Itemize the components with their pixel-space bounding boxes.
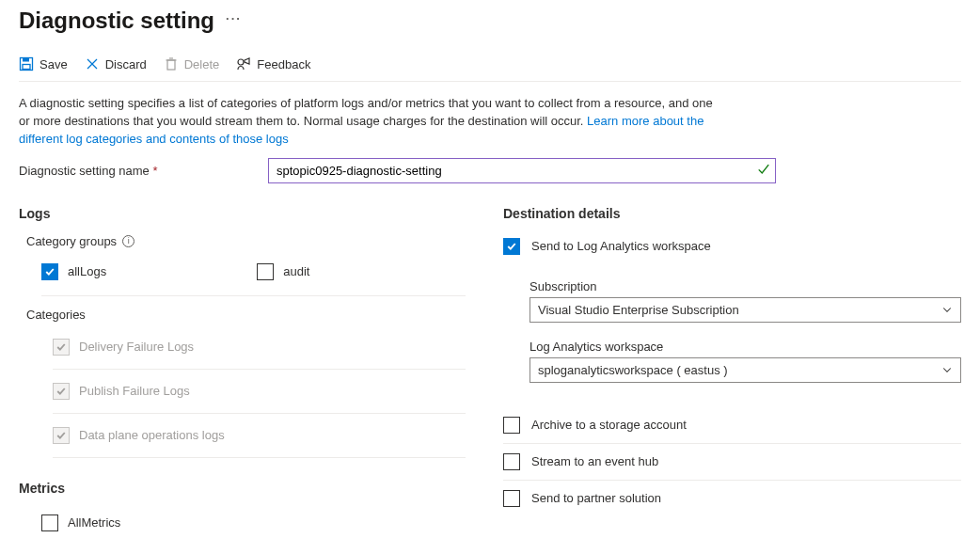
svg-rect-5 (167, 60, 175, 70)
close-icon (85, 56, 100, 71)
audit-checkbox[interactable] (257, 263, 274, 280)
info-icon[interactable]: i (122, 235, 134, 247)
workspace-select[interactable]: sploganalyticsworkspace ( eastus ) (530, 357, 961, 383)
workspace-label: Log Analytics workspace (530, 340, 961, 354)
workspace-value: sploganalyticsworkspace ( eastus ) (538, 363, 728, 377)
discard-button[interactable]: Discard (85, 56, 147, 71)
setting-name-label: Diagnostic setting name * (19, 164, 268, 178)
alllogs-label: allLogs (68, 264, 106, 278)
subscription-select[interactable]: Visual Studio Enterprise Subscription (530, 297, 961, 323)
stream-eventhub-label: Stream to an event hub (531, 454, 658, 468)
publish-failure-checkbox (53, 383, 70, 400)
save-icon (19, 56, 34, 71)
toolbar: Save Discard Delete Feedback (19, 51, 961, 82)
delete-label: Delete (184, 57, 220, 71)
partner-solution-label: Send to partner solution (531, 491, 661, 505)
send-log-analytics-label: Send to Log Analytics workspace (531, 239, 711, 253)
delete-button: Delete (164, 56, 220, 71)
feedback-icon (236, 56, 251, 71)
data-plane-label: Data plane operations logs (79, 428, 225, 442)
subscription-label: Subscription (530, 279, 961, 293)
allmetrics-label: AllMetrics (68, 515, 120, 530)
chevron-down-icon (941, 304, 953, 315)
archive-storage-label: Archive to a storage account (531, 418, 687, 432)
page-title: Diagnostic setting (19, 8, 214, 34)
save-button[interactable]: Save (19, 56, 68, 71)
archive-storage-checkbox[interactable] (503, 417, 520, 434)
send-log-analytics-checkbox[interactable] (503, 238, 520, 255)
audit-label: audit (283, 264, 309, 278)
svg-rect-2 (23, 65, 30, 70)
partner-solution-checkbox[interactable] (503, 490, 520, 507)
delivery-failure-checkbox (53, 339, 70, 356)
delivery-failure-label: Delivery Failure Logs (79, 340, 194, 354)
feedback-button[interactable]: Feedback (236, 56, 310, 71)
category-groups-label: Category groups (26, 234, 117, 248)
save-label: Save (40, 57, 68, 71)
subscription-value: Visual Studio Enterprise Subscription (538, 303, 739, 317)
data-plane-checkbox (53, 427, 70, 444)
allmetrics-checkbox[interactable] (41, 514, 58, 531)
chevron-down-icon (941, 364, 953, 375)
feedback-label: Feedback (257, 57, 310, 71)
logs-heading: Logs (19, 206, 466, 221)
check-icon (757, 163, 770, 179)
svg-rect-1 (23, 58, 29, 62)
alllogs-checkbox[interactable] (41, 263, 58, 280)
trash-icon (164, 56, 179, 71)
setting-name-input[interactable] (268, 158, 776, 183)
destination-heading: Destination details (503, 206, 961, 221)
metrics-heading: Metrics (19, 481, 466, 496)
description-text: A diagnostic setting specifies a list of… (19, 95, 715, 149)
publish-failure-label: Publish Failure Logs (79, 384, 190, 398)
more-menu-icon[interactable]: ··· (226, 11, 242, 31)
stream-eventhub-checkbox[interactable] (503, 453, 520, 470)
discard-label: Discard (105, 57, 147, 71)
categories-label: Categories (19, 308, 466, 322)
svg-point-8 (238, 59, 244, 65)
